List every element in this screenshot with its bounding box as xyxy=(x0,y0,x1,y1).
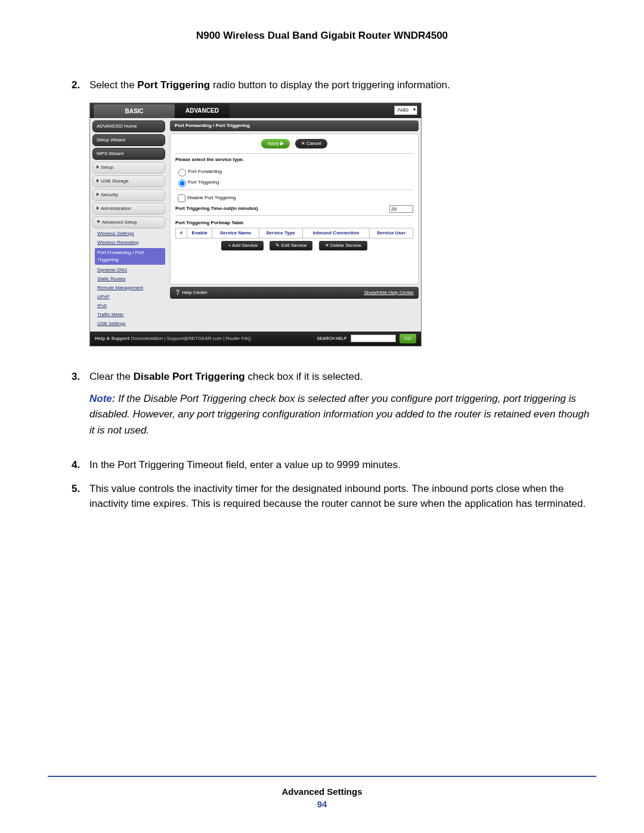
step-2-post: radio button to display the port trigger… xyxy=(210,79,450,91)
col-enable: Enable xyxy=(187,228,212,238)
checkbox-disable-port-triggering[interactable] xyxy=(178,194,185,202)
footer-rule xyxy=(48,776,596,777)
page-number: 94 xyxy=(48,799,596,809)
step-5: This value controls the inactivity timer… xyxy=(89,481,596,512)
sidebar-btn-advanced-home[interactable]: ADVANCED Home xyxy=(92,120,165,132)
note-body: If the Disable Port Triggering check box… xyxy=(89,393,589,436)
step-2-bold: Port Triggering xyxy=(137,79,210,91)
router-screenshot: BASIC ADVANCED Auto ADVANCED Home Setup … xyxy=(89,103,422,346)
sidebar-sub-ipv6[interactable]: IPv6 xyxy=(97,302,165,309)
step-num-2: 2. xyxy=(72,78,89,361)
sidebar-section-admin[interactable]: Administration xyxy=(92,203,165,215)
step-num-3: 3. xyxy=(72,369,89,450)
sidebar-sub-port-forwarding[interactable]: Port Forwarding / Port Triggering xyxy=(95,248,165,265)
radio-port-forwarding[interactable] xyxy=(178,169,186,176)
sidebar-section-setup[interactable]: Setup xyxy=(92,162,165,174)
help-toggle-link[interactable]: Show/Hide Help Center xyxy=(364,289,414,296)
step-num-5: 5. xyxy=(72,481,89,512)
radio-port-triggering[interactable] xyxy=(178,179,186,187)
radio-port-forwarding-label: Port Forwarding xyxy=(188,168,222,175)
radio-port-triggering-label: Port Triggering xyxy=(188,179,219,186)
sidebar-sub-usb-settings[interactable]: USB Settings xyxy=(97,320,165,327)
search-help-input[interactable] xyxy=(351,335,396,342)
note-label: Note: xyxy=(89,393,115,404)
portmap-title: Port Triggering Portmap Table xyxy=(175,219,413,227)
service-type-prompt: Please select the service type. xyxy=(175,156,413,163)
step-3-post: check box if it is selected. xyxy=(245,371,363,382)
timeout-input[interactable] xyxy=(389,205,413,213)
sidebar-section-advanced-setup[interactable]: Advanced Setup xyxy=(92,216,165,228)
sidebar-sub-traffic-meter[interactable]: Traffic Meter xyxy=(97,311,165,318)
sidebar-btn-setup-wizard[interactable]: Setup Wizard xyxy=(92,134,165,146)
sidebar: ADVANCED Home Setup Wizard WPS Wizard Se… xyxy=(90,118,168,332)
col-num: # xyxy=(176,228,187,238)
content-panel: Apply ▶ ✕ Cancel Please select the servi… xyxy=(170,134,419,284)
sidebar-sub-dynamic-dns[interactable]: Dynamic DNS xyxy=(97,267,165,274)
note-block: Note: If the Disable Port Triggering che… xyxy=(89,391,596,438)
sidebar-sub-wireless-repeating[interactable]: Wireless Repeating xyxy=(97,239,165,246)
timeout-label: Port Triggering Time-out(in minutes) xyxy=(175,205,258,212)
step-2: Select the Port Triggering radio button … xyxy=(89,78,596,361)
step-3: Clear the Disable Port Triggering check … xyxy=(89,369,596,450)
help-center-label[interactable]: ❔ Help Center xyxy=(175,289,208,296)
cancel-button[interactable]: ✕ Cancel xyxy=(295,139,327,148)
tab-advanced[interactable]: ADVANCED xyxy=(175,103,230,118)
auto-dropdown[interactable]: Auto xyxy=(394,106,417,115)
content-title: Port Forwarding / Port Triggering xyxy=(170,120,419,131)
search-help-label: SEARCH HELP xyxy=(317,336,346,340)
col-inbound: Inbound Connection xyxy=(302,228,370,238)
step-num-4: 4. xyxy=(72,457,89,473)
footer-section: Advanced Settings xyxy=(48,786,596,797)
col-service-type: Service Type xyxy=(259,228,302,238)
add-service-button[interactable]: ＋Add Service xyxy=(221,241,264,250)
step-2-pre: Select the xyxy=(89,79,137,91)
help-support-links[interactable]: Documentation | Support@NETGEAR.com | Ro… xyxy=(131,335,250,342)
sidebar-sub-static-routes[interactable]: Static Routes xyxy=(97,275,165,283)
sidebar-sub-remote-mgmt[interactable]: Remote Management xyxy=(97,284,165,292)
portmap-table: # Enable Service Name Service Type Inbou… xyxy=(175,228,413,239)
col-service-user: Service User xyxy=(370,228,413,238)
sidebar-sub-upnp[interactable]: UPnP xyxy=(97,293,165,301)
sidebar-section-usb[interactable]: USB Storage xyxy=(92,175,165,187)
apply-button[interactable]: Apply ▶ xyxy=(261,139,290,148)
col-service-name: Service Name xyxy=(212,228,259,238)
edit-service-button[interactable]: ✎ Edit Service xyxy=(270,241,312,250)
help-support-label: Help & Support xyxy=(95,335,129,342)
doc-title: N900 Wireless Dual Band Gigabit Router W… xyxy=(48,30,596,42)
go-button[interactable]: GO xyxy=(400,334,416,343)
sidebar-btn-wps-wizard[interactable]: WPS Wizard xyxy=(92,148,165,160)
tab-basic[interactable]: BASIC xyxy=(94,104,175,118)
sidebar-section-security[interactable]: Security xyxy=(92,189,165,201)
step-3-bold: Disable Port Triggering xyxy=(134,371,245,382)
delete-service-button[interactable]: ✕ Delete Service xyxy=(319,241,367,250)
checkbox-disable-label: Disable Port Triggering xyxy=(187,194,236,202)
step-3-pre: Clear the xyxy=(89,371,134,382)
step-4: In the Port Triggering Timeout field, en… xyxy=(89,457,596,473)
sidebar-sub-wireless-settings[interactable]: Wireless Settings xyxy=(97,230,165,237)
